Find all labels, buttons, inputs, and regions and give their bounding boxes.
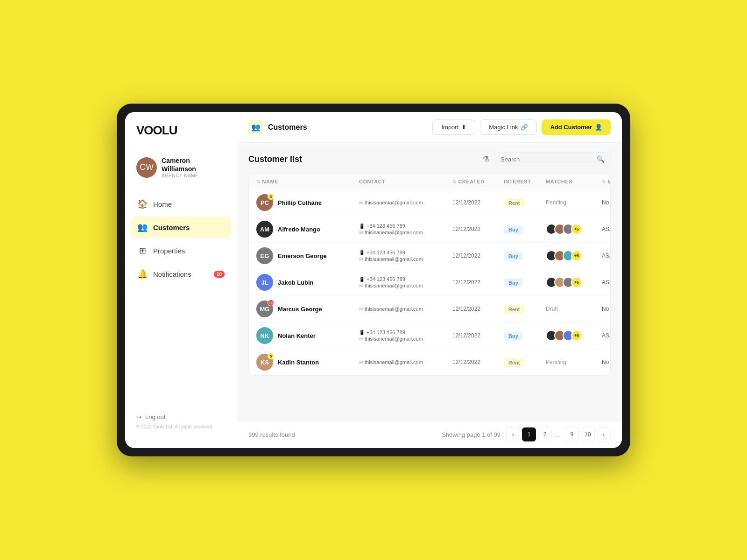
contact-phone: +34 123 456 789 [366, 329, 405, 335]
table-row[interactable]: AM Alfredo Mango 📱 +34 123 456 789 ✉ thi… [249, 216, 610, 243]
prev-page-button[interactable]: ‹ [506, 427, 520, 441]
list-header: Customer list ⚗ 🔍 [248, 152, 611, 166]
sidebar-item-properties[interactable]: ⊞ Properties [131, 240, 231, 261]
magic-link-button[interactable]: Magic Link 🔗 [480, 119, 537, 135]
contact-phone-line: 📱 +34 123 456 789 [359, 329, 452, 335]
contact-cell: ✉ thisisanemail@gmail.com [359, 359, 452, 365]
email-icon: ✉ [359, 307, 363, 312]
properties-icon: ⊞ [137, 245, 148, 256]
logout-button[interactable]: ↪ Log out [136, 413, 226, 420]
content-area: Customer list ⚗ 🔍 [237, 143, 622, 420]
page-button-1[interactable]: 1 [522, 427, 536, 441]
matches-cell: Pending [546, 199, 602, 206]
contact-cell: 📱 +34 123 456 789 ✉ thisisanemail@gmail.… [359, 250, 452, 262]
customer-name-cell: EG Emerson George [256, 247, 359, 264]
customer-name: Jakob Lubin [278, 279, 314, 286]
sidebar-item-home-label: Home [153, 200, 172, 208]
customer-avatar: KS 5 [256, 354, 273, 371]
nav-menu: 🏠 Home 👥 Customers ⊞ Properties 🔔 Notifi… [125, 189, 237, 406]
search-input[interactable] [500, 156, 594, 163]
table-row[interactable]: KS 5 Kadin Stanton ✉ thisisanemail@gmail… [249, 349, 610, 375]
sidebar-item-customers-label: Customers [153, 224, 190, 231]
contact-cell: 📱 +34 123 456 789 ✉ thisisanemail@gmail.… [359, 276, 452, 288]
page-title: Customers [268, 123, 307, 132]
user-info: Cameron Williamson AGENCY NAME [162, 156, 226, 178]
page-button-9[interactable]: 9 [565, 427, 579, 441]
interest-cell: Buy [504, 252, 546, 260]
next-page-button[interactable]: › [597, 427, 611, 441]
customer-name-cell: AM Alfredo Mango [256, 221, 359, 238]
upload-icon: ⬆ [461, 124, 466, 131]
page-icon: 👥 [248, 120, 263, 135]
sidebar-item-notifications[interactable]: 🔔 Notifications 10 [131, 263, 231, 285]
created-date: 12/12/2022 [452, 226, 504, 232]
link-icon: 🔗 [521, 124, 528, 131]
contact-email: thisisanemail@gmail.com [365, 283, 423, 288]
customer-avatar: PC 5 [256, 194, 273, 211]
table-row[interactable]: PC 5 Phillip Culhane ✉ thisisanemail@gma… [249, 189, 610, 216]
avatar-badge: 10 [268, 300, 274, 306]
avatar-badge: 5 [268, 353, 274, 359]
sidebar-item-customers[interactable]: 👥 Customers [131, 217, 231, 238]
magic-link-label: Magic Link [489, 124, 518, 131]
customer-avatar: EG [256, 247, 273, 264]
interest-badge: Buy [504, 252, 523, 260]
matches-cell: +5 [546, 250, 602, 261]
avatar: CW [136, 157, 157, 178]
sidebar-item-properties-label: Properties [153, 247, 185, 255]
import-button[interactable]: Import ⬆ [432, 119, 475, 135]
email-icon: ✉ [359, 283, 363, 288]
col-movein: ⇅ MOVE IN [602, 179, 611, 184]
col-matches: MATCHES [546, 179, 602, 184]
copyright-text: © 2022 Voolu Ltd. All rights reserved [136, 424, 226, 429]
sort-icon: ⇅ [256, 179, 261, 184]
created-date: 12/12/2022 [452, 359, 504, 365]
sidebar: VOOLU CW Cameron Williamson AGENCY NAME … [125, 112, 237, 448]
movein-cell: No date [602, 359, 611, 365]
home-icon: 🏠 [137, 199, 148, 209]
pagination: Showing page 1 of 99 ‹ 1 2 ... 9 10 › [442, 427, 611, 441]
results-count: 999 results found [248, 431, 295, 438]
logout-icon: ↪ [136, 413, 141, 420]
interest-badge: Rent [504, 358, 524, 367]
customers-icon: 👥 [137, 222, 148, 232]
search-input-wrap: 🔍 [494, 152, 611, 166]
email-icon: ✉ [359, 360, 363, 365]
interest-cell: Buy [504, 225, 546, 234]
table-row[interactable]: MG 10 Marcus George ✉ thisisanemail@gmai… [249, 296, 610, 322]
sidebar-item-home[interactable]: 🏠 Home [131, 193, 231, 215]
filter-button[interactable]: ⚗ [482, 154, 490, 164]
col-name: ⇅ NAME [256, 179, 359, 184]
contact-email: thisisanemail@gmail.com [365, 336, 423, 342]
created-date: 12/12/2022 [452, 306, 504, 312]
page-button-10[interactable]: 10 [581, 427, 595, 441]
list-title: Customer list [248, 154, 302, 164]
created-date: 12/12/2022 [452, 252, 504, 259]
screen: VOOLU CW Cameron Williamson AGENCY NAME … [125, 112, 622, 448]
customer-name-cell: PC 5 Phillip Culhane [256, 194, 359, 211]
created-date: 12/12/2022 [452, 332, 504, 339]
customer-name: Alfredo Mango [278, 226, 320, 233]
movein-cell: ASAP [602, 226, 611, 232]
logout-label: Log out [145, 413, 165, 420]
page-button-2[interactable]: 2 [538, 427, 552, 441]
table-row[interactable]: NK Nolan Kenter 📱 +34 123 456 789 ✉ this… [249, 322, 610, 349]
phone-icon: 📱 [359, 277, 365, 282]
table-row[interactable]: EG Emerson George 📱 +34 123 456 789 ✉ th… [249, 243, 610, 269]
created-date: 12/12/2022 [452, 279, 504, 286]
contact-phone: +34 123 456 789 [366, 250, 405, 255]
main-content: 👥 Customers Import ⬆ Magic Link 🔗 Add Cu… [237, 112, 622, 448]
contact-email-line: ✉ thisisanemail@gmail.com [359, 336, 452, 342]
customer-name-cell: MG 10 Marcus George [256, 301, 359, 317]
add-customer-button[interactable]: Add Customer 👤 [542, 119, 611, 135]
contact-email-line: ✉ thisisanemail@gmail.com [359, 230, 452, 235]
sort-icon-movein: ⇅ [602, 179, 606, 184]
matches-cell: +5 [546, 330, 602, 341]
matches-pending: Pending [546, 359, 566, 365]
email-icon: ✉ [359, 200, 363, 205]
topbar: 👥 Customers Import ⬆ Magic Link 🔗 Add Cu… [237, 112, 622, 143]
app-logo: VOOLU [125, 123, 237, 151]
table-row[interactable]: JL Jakob Lubin 📱 +34 123 456 789 ✉ thisi… [249, 269, 610, 296]
movein-cell: No date [602, 306, 611, 312]
matches-cell: +5 [546, 277, 602, 288]
